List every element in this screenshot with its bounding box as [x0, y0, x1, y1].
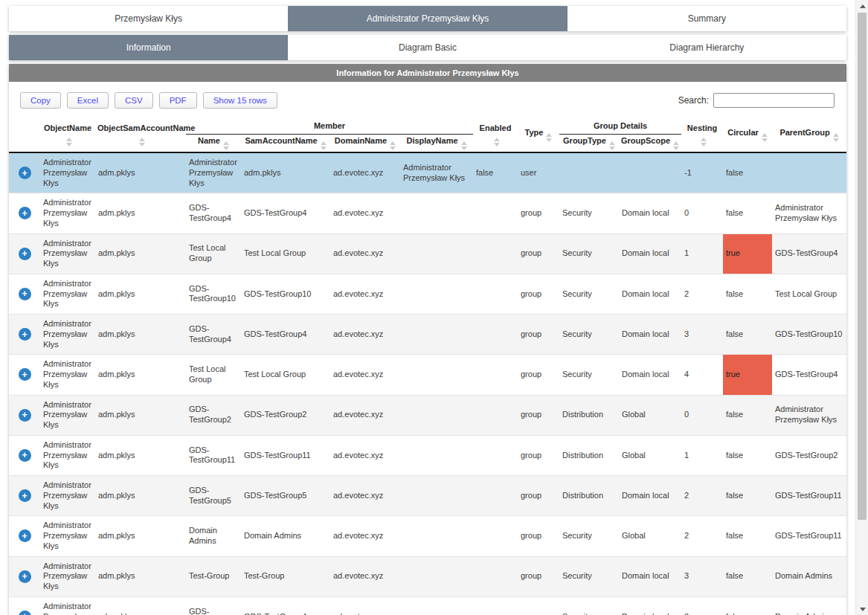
cell-name: GDS-TestGroup4 — [186, 193, 241, 234]
column-header-objectsamaccountname[interactable]: ObjectSamAccountName — [95, 117, 186, 152]
expand-row-icon[interactable] — [19, 409, 31, 422]
cell-expand — [9, 476, 40, 516]
cell-samaccountname: Domain Admins — [241, 516, 330, 556]
column-header-grouptype[interactable]: GroupType — [559, 135, 619, 153]
cell-objectsamaccountname: adm.pklys — [95, 435, 186, 475]
cell-enabled — [473, 274, 518, 314]
column-header-displayname[interactable]: DisplayName — [400, 135, 473, 153]
table-row[interactable]: Administrator Przemysław Kłys adm.pklys … — [9, 556, 846, 596]
tab-summary[interactable]: Summary — [568, 6, 846, 31]
cell-objectname: Administrator Przemysław Kłys — [40, 596, 95, 615]
expand-row-icon[interactable] — [19, 529, 31, 542]
cell-displayname — [400, 596, 473, 615]
csv-button[interactable]: CSV — [115, 92, 153, 109]
column-header-type[interactable]: Type — [518, 117, 559, 152]
expand-row-icon[interactable] — [19, 288, 31, 300]
expand-row-icon[interactable] — [19, 489, 31, 502]
column-header-enabled[interactable]: Enabled — [473, 117, 518, 152]
cell-objectsamaccountname: adm.pklys — [95, 596, 186, 615]
cell-objectname: Administrator Przemysław Kłys — [40, 395, 95, 435]
tab-administrator-przemyslaw-klys[interactable]: Administrator Przemysław Kłys — [288, 6, 567, 31]
table-row[interactable]: Administrator Przemysław Kłys adm.pklys … — [9, 234, 846, 274]
expand-row-icon[interactable] — [19, 328, 31, 341]
table-row[interactable]: Administrator Przemysław Kłys adm.pklys … — [9, 152, 846, 193]
scroll-up-button[interactable] — [856, 0, 868, 12]
sort-arrows-icon — [609, 141, 615, 150]
column-header-name[interactable]: Name — [186, 135, 241, 153]
cell-nesting: 2 — [681, 476, 723, 516]
tab-information[interactable]: Information — [9, 35, 288, 60]
copy-button[interactable]: Copy — [20, 92, 61, 109]
table-row[interactable]: Administrator Przemysław Kłys adm.pklys … — [9, 476, 846, 516]
cell-parentgroup: Administrator Przemysław Kłys — [772, 395, 846, 435]
column-header-domainname[interactable]: DomainName — [330, 135, 400, 153]
cell-enabled — [473, 355, 518, 395]
cell-name: Test Local Group — [186, 234, 241, 274]
secondary-tabstrip: Information Diagram Basic Diagram Hierar… — [9, 35, 846, 60]
cell-nesting: 1 — [681, 435, 723, 475]
table-row[interactable]: Administrator Przemysław Kłys adm.pklys … — [9, 435, 846, 475]
cell-expand — [9, 355, 40, 395]
table-row[interactable]: Administrator Przemysław Kłys adm.pklys … — [9, 516, 846, 556]
column-header-samaccountname[interactable]: SamAccountName — [241, 135, 330, 153]
tab-przemyslaw-klys[interactable]: Przemysław Kłys — [9, 6, 288, 31]
cell-grouptype: Security — [559, 516, 619, 556]
excel-button[interactable]: Excel — [67, 92, 109, 109]
sort-arrows-icon — [701, 138, 707, 146]
ad-report-page: Przemysław Kłys Administrator Przemysław… — [0, 0, 868, 615]
primary-tabstrip: Przemysław Kłys Administrator Przemysław… — [9, 6, 846, 31]
cell-circular: true — [723, 234, 772, 274]
cell-groupscope: Domain local — [619, 596, 681, 615]
scroll-down-button[interactable] — [856, 603, 868, 615]
search-label: Search: — [678, 95, 709, 106]
cell-objectsamaccountname: adm.pklys — [95, 234, 186, 274]
expand-row-icon[interactable] — [19, 207, 31, 219]
cell-samaccountname: GDS-TestGroup5 — [241, 476, 330, 516]
cell-parentgroup — [772, 152, 846, 193]
cell-samaccountname: GDS-TestGroup4 — [241, 315, 330, 355]
cell-name: GDS-TestGroup5 — [186, 476, 241, 516]
sort-arrows-icon — [673, 141, 679, 150]
column-header-objectname[interactable]: ObjectName — [40, 117, 95, 152]
table-row[interactable]: Administrator Przemysław Kłys adm.pklys … — [9, 596, 846, 615]
expand-row-icon[interactable] — [19, 368, 31, 381]
cell-circular: false — [723, 152, 772, 193]
table-row[interactable]: Administrator Przemysław Kłys adm.pklys … — [9, 355, 846, 395]
cell-samaccountname: GDS-TestGroup4 — [241, 193, 330, 234]
search-input[interactable] — [713, 93, 835, 108]
cell-objectsamaccountname: adm.pklys — [95, 274, 186, 314]
expand-row-icon[interactable] — [19, 611, 31, 615]
table-row[interactable]: Administrator Przemysław Kłys adm.pklys … — [9, 315, 846, 355]
expand-row-icon[interactable] — [19, 167, 31, 179]
scrollbar-thumb[interactable] — [858, 13, 867, 520]
table-row[interactable]: Administrator Przemysław Kłys adm.pklys … — [9, 193, 846, 234]
cell-type: group — [518, 274, 559, 314]
cell-nesting: 2 — [681, 274, 723, 314]
cell-domainname: ad.evotec.xyz — [330, 435, 400, 475]
table-row[interactable]: Administrator Przemysław Kłys adm.pklys … — [9, 274, 846, 314]
expand-row-icon[interactable] — [19, 449, 31, 462]
column-header-circular[interactable]: Circular — [723, 117, 772, 152]
sort-arrows-icon — [461, 141, 467, 150]
column-header-groupscope[interactable]: GroupScope — [619, 135, 681, 153]
vertical-scrollbar[interactable] — [855, 0, 868, 615]
cell-nesting: 3 — [681, 315, 723, 355]
column-header-nesting[interactable]: Nesting — [681, 117, 723, 152]
cell-parentgroup: Test Local Group — [772, 274, 846, 314]
tab-diagram-basic[interactable]: Diagram Basic — [288, 35, 567, 60]
cell-type: group — [518, 355, 559, 395]
cell-domainname: ad.evotec.xyz — [330, 516, 400, 556]
cell-objectsamaccountname: adm.pklys — [95, 152, 186, 193]
expand-row-icon[interactable] — [19, 570, 31, 583]
tab-diagram-hierarchy[interactable]: Diagram Hierarchy — [568, 35, 846, 60]
table-row[interactable]: Administrator Przemysław Kłys adm.pklys … — [9, 395, 846, 435]
cell-enabled — [473, 193, 518, 234]
cell-domainname: ad.evotec.xyz — [330, 476, 400, 516]
cell-objectsamaccountname: adm.pklys — [95, 355, 186, 395]
column-header-parentgroup[interactable]: ParentGroup — [772, 117, 846, 152]
cell-samaccountname: Test-Group — [241, 556, 330, 596]
show-rows-button[interactable]: Show 15 rows — [203, 92, 277, 109]
pdf-button[interactable]: PDF — [159, 92, 197, 109]
expand-row-icon[interactable] — [19, 248, 31, 260]
section-title: Information for Administrator Przemysław… — [9, 64, 846, 82]
